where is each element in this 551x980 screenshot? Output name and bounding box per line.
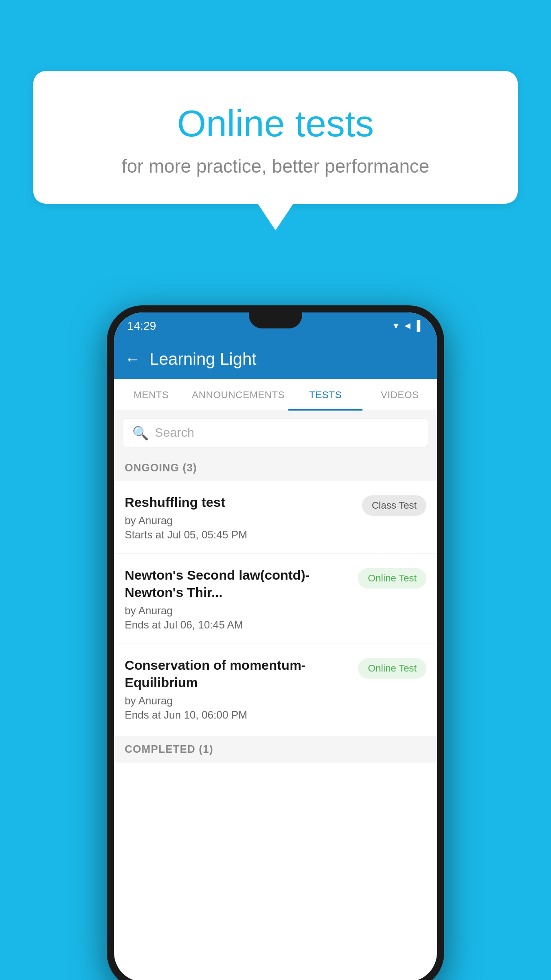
tab-bar: MENTS ANNOUNCEMENTS TESTS VIDEOS [114, 379, 437, 411]
promo-bubble: Online tests for more practice, better p… [33, 71, 518, 230]
tab-tests[interactable]: TESTS [288, 379, 363, 411]
search-container: 🔍 Search [114, 411, 437, 454]
test-name: Reshuffling test [125, 494, 355, 511]
ongoing-section-header: ONGOING (3) [114, 454, 437, 481]
speech-bubble: Online tests for more practice, better p… [33, 71, 518, 204]
status-time: 14:29 [127, 319, 156, 333]
search-bar[interactable]: 🔍 Search [123, 418, 428, 447]
test-time: Ends at Jul 06, 10:45 AM [125, 619, 351, 631]
bubble-tail [258, 204, 293, 230]
search-input[interactable]: Search [155, 426, 194, 440]
phone-notch [249, 312, 302, 328]
test-name: Conservation of momentum-Equilibrium [125, 656, 351, 691]
test-author: by Anurag [125, 605, 351, 617]
test-info: Conservation of momentum-Equilibrium by … [125, 656, 351, 721]
app-bar: ← Learning Light [114, 339, 437, 379]
test-item[interactable]: Newton's Second law(contd)-Newton's Thir… [114, 554, 437, 644]
test-list: Reshuffling test by Anurag Starts at Jul… [114, 481, 437, 734]
test-item[interactable]: Conservation of momentum-Equilibrium by … [114, 644, 437, 734]
test-info: Newton's Second law(contd)-Newton's Thir… [125, 566, 351, 631]
test-time: Ends at Jun 10, 06:00 PM [125, 709, 351, 721]
test-item[interactable]: Reshuffling test by Anurag Starts at Jul… [114, 481, 437, 554]
tab-announcements[interactable]: ANNOUNCEMENTS [189, 379, 288, 411]
bubble-subtitle: for more practice, better performance [60, 156, 491, 177]
search-icon: 🔍 [132, 425, 149, 441]
test-author: by Anurag [125, 695, 351, 707]
test-tag: Online Test [358, 658, 426, 679]
test-time: Starts at Jul 05, 05:45 PM [125, 529, 355, 541]
wifi-icon: ▾ [394, 320, 398, 332]
test-tag: Online Test [358, 568, 426, 589]
ongoing-label: ONGOING (3) [125, 462, 197, 474]
back-button[interactable]: ← [125, 350, 141, 368]
signal-icon: ◄ [403, 320, 413, 332]
tab-ments[interactable]: MENTS [114, 379, 189, 411]
battery-icon: ▌ [417, 320, 424, 332]
phone-frame: 14:29 ▾ ◄ ▌ ← Learning Light MENTS ANNOU… [107, 305, 444, 980]
test-tag: Class Test [362, 495, 426, 516]
test-name: Newton's Second law(contd)-Newton's Thir… [125, 566, 351, 601]
test-info: Reshuffling test by Anurag Starts at Jul… [125, 494, 355, 541]
bubble-title: Online tests [60, 102, 491, 145]
completed-section-header: COMPLETED (1) [114, 736, 437, 763]
completed-label: COMPLETED (1) [125, 743, 213, 755]
phone-screen: 14:29 ▾ ◄ ▌ ← Learning Light MENTS ANNOU… [114, 312, 437, 980]
tab-videos[interactable]: VIDEOS [362, 379, 437, 411]
test-author: by Anurag [125, 514, 355, 527]
status-icons: ▾ ◄ ▌ [394, 320, 424, 332]
app-title: Learning Light [150, 350, 256, 369]
